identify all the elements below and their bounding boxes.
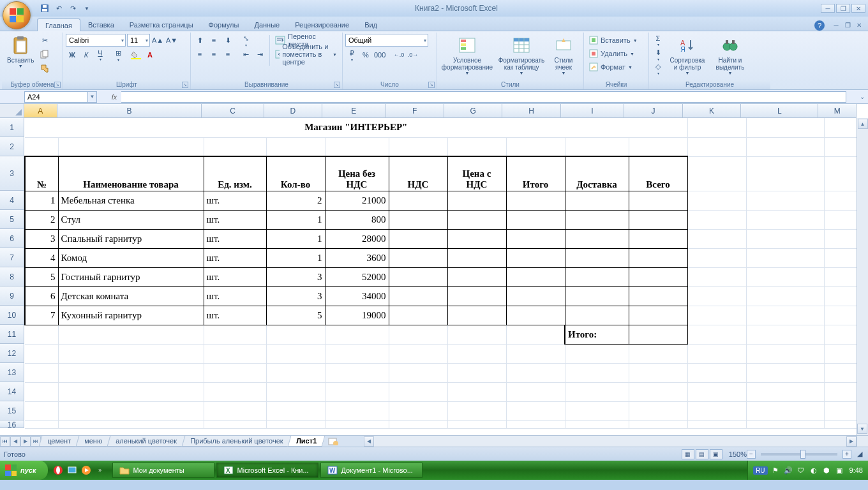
- row-header-8[interactable]: 8: [0, 267, 24, 286]
- resize-grip-icon[interactable]: ◢: [855, 450, 864, 458]
- align-center-icon[interactable]: ≡: [207, 48, 220, 61]
- col-header-C[interactable]: C: [202, 104, 264, 118]
- qat-dropdown-icon[interactable]: ▼: [82, 3, 92, 13]
- delete-cells-button[interactable]: Удалить▼: [587, 47, 637, 60]
- close-button[interactable]: ✕: [851, 4, 865, 13]
- sheet-tab-1[interactable]: меню: [76, 436, 111, 447]
- ql-more-icon[interactable]: »: [94, 463, 107, 477]
- restore-button[interactable]: ❐: [836, 4, 850, 13]
- doc-restore-button[interactable]: ❐: [842, 20, 853, 29]
- align-bottom-icon[interactable]: ⬇: [221, 34, 234, 47]
- scroll-right-icon[interactable]: ▶: [846, 436, 857, 447]
- row-header-6[interactable]: 6: [0, 229, 24, 248]
- tab-view[interactable]: Вид: [357, 19, 385, 31]
- autosum-icon[interactable]: Σ▾: [652, 34, 664, 47]
- comma-style-icon[interactable]: 000: [373, 48, 386, 61]
- format-cells-button[interactable]: Формат▼: [587, 61, 635, 73]
- row-header-13[interactable]: 13: [0, 363, 24, 382]
- align-left-icon[interactable]: ≡: [193, 48, 206, 61]
- save-icon[interactable]: [40, 3, 50, 13]
- col-header-M[interactable]: M: [818, 104, 857, 118]
- media-player-icon[interactable]: [80, 463, 93, 477]
- sheet-tab-2[interactable]: аленький цветочек: [107, 436, 186, 447]
- formula-input[interactable]: [121, 91, 846, 103]
- vertical-scrollbar[interactable]: ▲ ▼: [857, 118, 868, 435]
- zoom-out-button[interactable]: −: [747, 450, 756, 459]
- formula-expand-icon[interactable]: ⌄: [858, 91, 867, 103]
- clear-icon[interactable]: ◇▾: [652, 62, 664, 75]
- font-color-icon[interactable]: A: [144, 48, 156, 61]
- help-icon[interactable]: ?: [814, 20, 825, 31]
- scroll-up-icon[interactable]: ▲: [858, 119, 868, 129]
- row-header-11[interactable]: 11: [0, 325, 24, 344]
- sheet-tab-0[interactable]: цемент: [39, 436, 80, 447]
- sheet-tab-4[interactable]: Лист1: [288, 436, 326, 447]
- borders-icon[interactable]: ⊞▾: [112, 48, 124, 61]
- tab-formulas[interactable]: Формулы: [201, 19, 247, 31]
- col-header-H[interactable]: H: [502, 104, 560, 118]
- zoom-thumb[interactable]: [800, 450, 805, 459]
- tab-nav-prev-icon[interactable]: ◀: [10, 436, 20, 447]
- zoom-in-button[interactable]: +: [842, 450, 851, 459]
- page-break-view-icon[interactable]: ▣: [710, 449, 722, 459]
- italic-button[interactable]: К: [80, 48, 93, 61]
- zoom-slider[interactable]: [761, 453, 837, 456]
- row-header-4[interactable]: 4: [0, 191, 24, 210]
- tab-data[interactable]: Данные: [246, 19, 287, 31]
- name-box[interactable]: [24, 91, 88, 103]
- tab-page-layout[interactable]: Разметка страницы: [122, 19, 201, 31]
- col-header-A[interactable]: A: [24, 104, 57, 118]
- increase-decimal-icon[interactable]: ←.0: [393, 48, 405, 61]
- number-launcher[interactable]: ↘: [428, 82, 435, 88]
- grow-font-icon[interactable]: A▲: [151, 34, 164, 47]
- office-button[interactable]: [3, 1, 31, 29]
- format-as-table-button[interactable]: Форматировать как таблицу▼: [497, 34, 546, 77]
- col-header-D[interactable]: D: [264, 104, 322, 118]
- row-header-14[interactable]: 14: [0, 382, 24, 401]
- alignment-launcher[interactable]: ↘: [334, 82, 340, 88]
- row-header-16[interactable]: 16: [0, 420, 24, 428]
- decrease-decimal-icon[interactable]: .0→: [407, 48, 419, 61]
- format-painter-icon[interactable]: [38, 62, 51, 75]
- font-launcher[interactable]: ↘: [182, 82, 188, 88]
- accounting-format-icon[interactable]: ₽▾: [345, 48, 358, 61]
- task-excel[interactable]: X Microsoft Excel - Кни...: [216, 463, 318, 478]
- align-right-icon[interactable]: ≡: [221, 48, 234, 61]
- select-all-button[interactable]: [0, 104, 24, 118]
- align-top-icon[interactable]: ⬆: [193, 34, 206, 47]
- sheet-tab-3[interactable]: Прибыль аленький цветочек: [182, 436, 292, 447]
- redo-icon[interactable]: ↷: [68, 3, 78, 13]
- horizontal-scrollbar[interactable]: ◀ ▶: [364, 435, 857, 447]
- merge-center-button[interactable]: Объединить и поместить в центре▼: [273, 48, 340, 61]
- tray-icon-1[interactable]: ⚑: [770, 465, 781, 475]
- doc-minimize-button[interactable]: ─: [831, 20, 841, 29]
- fx-button[interactable]: fx: [107, 91, 121, 103]
- col-header-F[interactable]: F: [386, 104, 444, 118]
- opera-icon[interactable]: [52, 463, 64, 477]
- orientation-icon[interactable]: ⤡▾: [239, 34, 252, 47]
- new-sheet-icon[interactable]: [327, 437, 340, 446]
- tab-home[interactable]: Главная: [37, 19, 80, 31]
- task-documents[interactable]: Мои документы: [112, 463, 214, 478]
- tab-nav-next-icon[interactable]: ▶: [20, 436, 31, 447]
- start-button[interactable]: пуск: [0, 461, 48, 480]
- show-desktop-icon[interactable]: [66, 463, 79, 477]
- task-word[interactable]: W Документ1 - Microso...: [320, 463, 423, 478]
- indent-inc-icon[interactable]: ⇥: [253, 48, 266, 61]
- doc-close-button[interactable]: ✕: [854, 20, 864, 29]
- fill-color-icon[interactable]: [130, 48, 142, 61]
- undo-icon[interactable]: ↶: [54, 3, 64, 13]
- namebox-dropdown[interactable]: ▼: [88, 91, 97, 103]
- col-header-B[interactable]: B: [57, 104, 202, 118]
- cut-icon[interactable]: ✂: [38, 34, 51, 47]
- row-header-2[interactable]: 2: [0, 137, 24, 156]
- tray-shield-icon[interactable]: 🛡: [796, 465, 806, 475]
- conditional-formatting-button[interactable]: Условное форматирование▼: [440, 34, 495, 77]
- scroll-down-icon[interactable]: ▼: [857, 424, 867, 434]
- col-header-I[interactable]: I: [561, 104, 624, 118]
- page-layout-view-icon[interactable]: ▤: [696, 449, 708, 459]
- tray-icon-6[interactable]: ▣: [834, 465, 844, 475]
- col-header-E[interactable]: E: [322, 104, 385, 118]
- col-header-J[interactable]: J: [624, 104, 682, 118]
- find-select-button[interactable]: Найти и выделить▼: [710, 34, 750, 77]
